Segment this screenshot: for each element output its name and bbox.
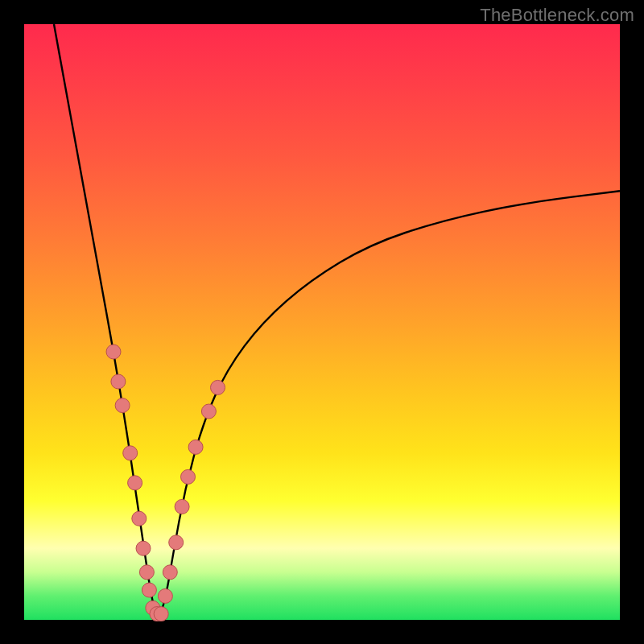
highlight-dot (211, 380, 225, 394)
highlight-dot (169, 535, 184, 550)
chart-plot-area (24, 24, 620, 620)
highlight-dot (111, 374, 126, 389)
highlight-dot (139, 565, 154, 580)
highlight-dot (154, 607, 168, 621)
highlight-dot (115, 398, 130, 413)
highlight-dot (201, 404, 216, 419)
highlight-dot (188, 440, 203, 454)
highlight-dots (106, 345, 225, 621)
highlight-dot (181, 469, 196, 484)
chart-svg (24, 24, 620, 620)
highlight-dot (142, 583, 156, 597)
highlight-dot (132, 511, 147, 526)
chart-frame: TheBottleneck.com (0, 0, 644, 644)
highlight-dot (158, 588, 172, 603)
watermark-text: TheBottleneck.com (480, 5, 634, 26)
highlight-dot (106, 345, 121, 359)
highlight-dot (123, 446, 138, 460)
highlight-dot (136, 541, 151, 555)
highlight-dot (128, 476, 142, 490)
highlight-dot (163, 565, 177, 580)
highlight-dot (175, 499, 189, 514)
